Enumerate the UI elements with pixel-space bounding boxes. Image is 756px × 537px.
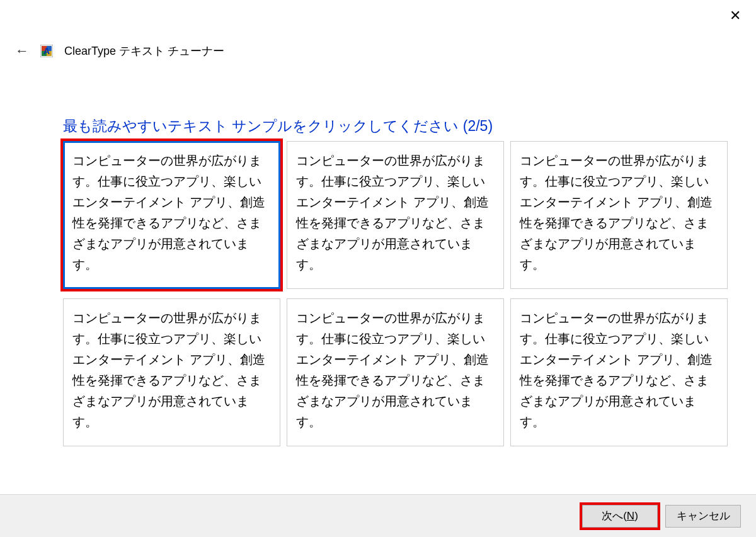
back-arrow-icon[interactable]: ← (15, 43, 29, 59)
text-samples-grid: コンピューターの世界が広がります。仕事に役立つアプリ、楽しいエンターテイメント … (63, 141, 728, 446)
sample-text: コンピューターの世界が広がります。仕事に役立つアプリ、楽しいエンターテイメント … (72, 154, 265, 271)
text-sample-3[interactable]: コンピューターの世界が広がります。仕事に役立つアプリ、楽しいエンターテイメント … (510, 141, 728, 289)
text-sample-6[interactable]: コンピューターの世界が広がります。仕事に役立つアプリ、楽しいエンターテイメント … (510, 298, 728, 446)
instruction-text: 最も読みやすいテキスト サンプルをクリックしてください (2/5) (63, 116, 493, 136)
next-button[interactable]: 次へ(N) (582, 505, 658, 528)
text-sample-2[interactable]: コンピューターの世界が広がります。仕事に役立つアプリ、楽しいエンターテイメント … (287, 141, 504, 289)
text-sample-4[interactable]: コンピューターの世界が広がります。仕事に役立つアプリ、楽しいエンターテイメント … (63, 298, 280, 446)
window-title: ClearType テキスト チューナー (64, 43, 224, 59)
svg-text:A: A (43, 46, 50, 56)
sample-text: コンピューターの世界が広がります。仕事に役立つアプリ、楽しいエンターテイメント … (520, 154, 713, 271)
text-sample-5[interactable]: コンピューターの世界が広がります。仕事に役立つアプリ、楽しいエンターテイメント … (287, 298, 504, 446)
close-icon[interactable]: ✕ (730, 9, 741, 23)
footer-bar: 次へ(N) キャンセル (0, 494, 756, 537)
sample-text: コンピューターの世界が広がります。仕事に役立つアプリ、楽しいエンターテイメント … (72, 311, 265, 429)
sample-text: コンピューターの世界が広がります。仕事に役立つアプリ、楽しいエンターテイメント … (520, 311, 713, 429)
sample-text: コンピューターの世界が広がります。仕事に役立つアプリ、楽しいエンターテイメント … (296, 154, 489, 271)
app-icon: A (40, 45, 53, 57)
cancel-button[interactable]: キャンセル (665, 505, 741, 528)
sample-text: コンピューターの世界が広がります。仕事に役立つアプリ、楽しいエンターテイメント … (296, 311, 489, 429)
text-sample-1[interactable]: コンピューターの世界が広がります。仕事に役立つアプリ、楽しいエンターテイメント … (63, 141, 280, 289)
